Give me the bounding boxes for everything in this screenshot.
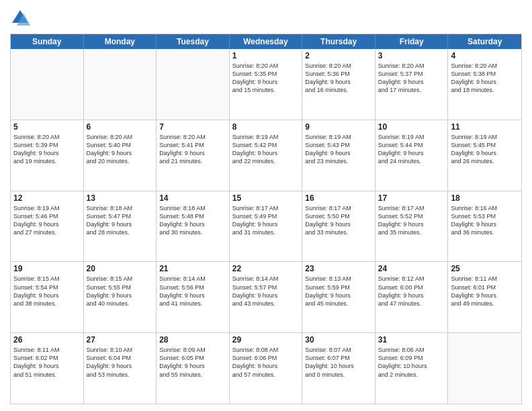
- header-day-wednesday: Wednesday: [230, 34, 303, 49]
- day-cell-2: 2Sunrise: 8:20 AM Sunset: 5:36 PM Daylig…: [302, 49, 375, 120]
- day-cell-9: 9Sunrise: 8:19 AM Sunset: 5:43 PM Daylig…: [302, 120, 375, 191]
- day-info: Sunrise: 8:12 AM Sunset: 6:00 PM Dayligh…: [378, 275, 445, 308]
- day-number: 23: [305, 264, 372, 273]
- day-info: Sunrise: 8:20 AM Sunset: 5:41 PM Dayligh…: [159, 133, 226, 166]
- day-number: 12: [13, 193, 81, 203]
- day-info: Sunrise: 8:18 AM Sunset: 5:47 PM Dayligh…: [87, 204, 154, 237]
- logo-icon: [10, 8, 30, 28]
- week-row-2: 5Sunrise: 8:20 AM Sunset: 5:39 PM Daylig…: [11, 120, 521, 191]
- day-info: Sunrise: 8:17 AM Sunset: 5:52 PM Dayligh…: [378, 204, 445, 237]
- day-info: Sunrise: 8:08 AM Sunset: 6:06 PM Dayligh…: [232, 346, 300, 379]
- day-info: Sunrise: 8:06 AM Sunset: 6:09 PM Dayligh…: [378, 346, 445, 379]
- header: [10, 7, 522, 28]
- day-number: 9: [305, 122, 372, 132]
- day-number: 1: [232, 51, 300, 60]
- week-row-1: 1Sunrise: 8:20 AM Sunset: 5:35 PM Daylig…: [11, 49, 521, 120]
- day-cell-29: 29Sunrise: 8:08 AM Sunset: 6:06 PM Dayli…: [230, 333, 303, 404]
- day-info: Sunrise: 8:15 AM Sunset: 5:54 PM Dayligh…: [13, 275, 81, 308]
- day-number: 20: [87, 264, 154, 273]
- day-cell-7: 7Sunrise: 8:20 AM Sunset: 5:41 PM Daylig…: [157, 120, 230, 191]
- week-row-3: 12Sunrise: 8:19 AM Sunset: 5:46 PM Dayli…: [11, 191, 521, 263]
- header-day-saturday: Saturday: [448, 34, 521, 49]
- day-info: Sunrise: 8:09 AM Sunset: 6:05 PM Dayligh…: [159, 346, 226, 379]
- day-number: 18: [451, 193, 519, 203]
- day-info: Sunrise: 8:19 AM Sunset: 5:42 PM Dayligh…: [232, 133, 300, 166]
- page: SundayMondayTuesdayWednesdayThursdayFrid…: [0, 0, 532, 411]
- day-cell-26: 26Sunrise: 8:11 AM Sunset: 6:02 PM Dayli…: [11, 333, 84, 404]
- day-cell-24: 24Sunrise: 8:12 AM Sunset: 6:00 PM Dayli…: [375, 262, 449, 332]
- day-info: Sunrise: 8:20 AM Sunset: 5:36 PM Dayligh…: [305, 62, 372, 95]
- day-number: 19: [13, 264, 81, 273]
- day-number: 26: [13, 335, 81, 345]
- day-number: 24: [378, 264, 445, 273]
- day-number: 2: [305, 51, 372, 60]
- day-info: Sunrise: 8:15 AM Sunset: 5:55 PM Dayligh…: [87, 275, 154, 308]
- day-info: Sunrise: 8:11 AM Sunset: 6:02 PM Dayligh…: [13, 346, 81, 379]
- empty-cell-0-1: [84, 49, 157, 120]
- day-cell-8: 8Sunrise: 8:19 AM Sunset: 5:42 PM Daylig…: [230, 120, 303, 191]
- day-cell-18: 18Sunrise: 8:16 AM Sunset: 5:53 PM Dayli…: [448, 191, 521, 262]
- day-info: Sunrise: 8:14 AM Sunset: 5:57 PM Dayligh…: [232, 275, 300, 308]
- day-info: Sunrise: 8:10 AM Sunset: 6:04 PM Dayligh…: [87, 346, 154, 379]
- day-cell-27: 27Sunrise: 8:10 AM Sunset: 6:04 PM Dayli…: [84, 333, 157, 404]
- day-number: 14: [159, 193, 226, 203]
- day-cell-12: 12Sunrise: 8:19 AM Sunset: 5:46 PM Dayli…: [11, 191, 84, 262]
- day-number: 31: [378, 335, 445, 345]
- day-info: Sunrise: 8:20 AM Sunset: 5:35 PM Dayligh…: [232, 62, 300, 95]
- day-cell-1: 1Sunrise: 8:20 AM Sunset: 5:35 PM Daylig…: [230, 49, 303, 120]
- empty-cell-0-2: [157, 49, 230, 120]
- day-cell-30: 30Sunrise: 8:07 AM Sunset: 6:07 PM Dayli…: [302, 333, 375, 404]
- header-day-friday: Friday: [375, 34, 449, 49]
- day-cell-11: 11Sunrise: 8:19 AM Sunset: 5:45 PM Dayli…: [448, 120, 521, 191]
- day-cell-28: 28Sunrise: 8:09 AM Sunset: 6:05 PM Dayli…: [157, 333, 230, 404]
- day-number: 11: [451, 122, 519, 132]
- day-cell-23: 23Sunrise: 8:13 AM Sunset: 5:59 PM Dayli…: [302, 262, 375, 332]
- day-cell-15: 15Sunrise: 8:17 AM Sunset: 5:49 PM Dayli…: [230, 191, 303, 262]
- day-cell-20: 20Sunrise: 8:15 AM Sunset: 5:55 PM Dayli…: [84, 262, 157, 332]
- day-number: 29: [232, 335, 300, 345]
- week-row-4: 19Sunrise: 8:15 AM Sunset: 5:54 PM Dayli…: [11, 262, 521, 333]
- day-number: 6: [87, 122, 154, 132]
- header-day-monday: Monday: [84, 34, 157, 49]
- week-row-5: 26Sunrise: 8:11 AM Sunset: 6:02 PM Dayli…: [11, 333, 521, 404]
- day-cell-21: 21Sunrise: 8:14 AM Sunset: 5:56 PM Dayli…: [157, 262, 230, 332]
- day-number: 17: [378, 193, 445, 203]
- day-info: Sunrise: 8:14 AM Sunset: 5:56 PM Dayligh…: [159, 275, 226, 308]
- day-info: Sunrise: 8:13 AM Sunset: 5:59 PM Dayligh…: [305, 275, 372, 308]
- day-number: 4: [451, 51, 519, 60]
- day-info: Sunrise: 8:20 AM Sunset: 5:37 PM Dayligh…: [378, 62, 445, 95]
- day-cell-25: 25Sunrise: 8:11 AM Sunset: 6:01 PM Dayli…: [448, 262, 521, 332]
- day-info: Sunrise: 8:17 AM Sunset: 5:49 PM Dayligh…: [232, 204, 300, 237]
- day-number: 8: [232, 122, 300, 132]
- day-cell-5: 5Sunrise: 8:20 AM Sunset: 5:39 PM Daylig…: [11, 120, 84, 191]
- day-cell-4: 4Sunrise: 8:20 AM Sunset: 5:38 PM Daylig…: [448, 49, 521, 120]
- day-cell-6: 6Sunrise: 8:20 AM Sunset: 5:40 PM Daylig…: [84, 120, 157, 191]
- day-cell-31: 31Sunrise: 8:06 AM Sunset: 6:09 PM Dayli…: [375, 333, 449, 404]
- day-cell-3: 3Sunrise: 8:20 AM Sunset: 5:37 PM Daylig…: [375, 49, 449, 120]
- day-cell-14: 14Sunrise: 8:18 AM Sunset: 5:48 PM Dayli…: [157, 191, 230, 262]
- day-number: 13: [87, 193, 154, 203]
- day-info: Sunrise: 8:17 AM Sunset: 5:50 PM Dayligh…: [305, 204, 372, 237]
- empty-cell-0-0: [11, 49, 84, 120]
- day-number: 25: [451, 264, 519, 273]
- day-info: Sunrise: 8:11 AM Sunset: 6:01 PM Dayligh…: [451, 275, 519, 308]
- day-number: 28: [159, 335, 226, 345]
- calendar: SundayMondayTuesdayWednesdayThursdayFrid…: [10, 34, 522, 404]
- calendar-body: 1Sunrise: 8:20 AM Sunset: 5:35 PM Daylig…: [11, 49, 521, 404]
- day-info: Sunrise: 8:20 AM Sunset: 5:40 PM Dayligh…: [87, 133, 154, 166]
- day-info: Sunrise: 8:19 AM Sunset: 5:43 PM Dayligh…: [305, 133, 372, 166]
- day-number: 27: [87, 335, 154, 345]
- header-day-sunday: Sunday: [11, 34, 84, 49]
- day-number: 7: [159, 122, 226, 132]
- day-info: Sunrise: 8:16 AM Sunset: 5:53 PM Dayligh…: [451, 204, 519, 237]
- day-cell-17: 17Sunrise: 8:17 AM Sunset: 5:52 PM Dayli…: [375, 191, 449, 262]
- day-number: 16: [305, 193, 372, 203]
- header-day-tuesday: Tuesday: [157, 34, 230, 49]
- day-number: 15: [232, 193, 300, 203]
- day-cell-22: 22Sunrise: 8:14 AM Sunset: 5:57 PM Dayli…: [230, 262, 303, 332]
- day-info: Sunrise: 8:18 AM Sunset: 5:48 PM Dayligh…: [159, 204, 226, 237]
- day-cell-10: 10Sunrise: 8:19 AM Sunset: 5:44 PM Dayli…: [375, 120, 449, 191]
- day-info: Sunrise: 8:19 AM Sunset: 5:45 PM Dayligh…: [451, 133, 519, 166]
- day-info: Sunrise: 8:20 AM Sunset: 5:39 PM Dayligh…: [13, 133, 81, 166]
- day-number: 10: [378, 122, 445, 132]
